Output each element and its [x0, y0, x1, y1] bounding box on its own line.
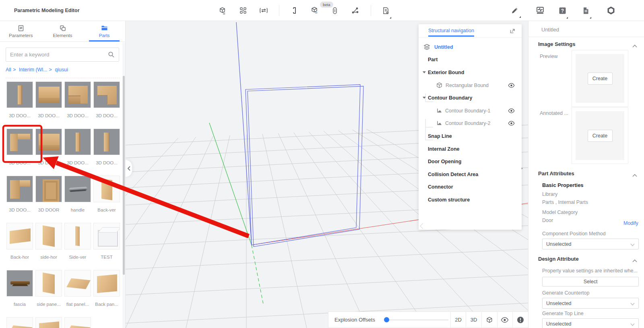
part-thumbnail[interactable] [64, 176, 91, 202]
part-thumbnail[interactable] [35, 270, 62, 297]
create-preview-button[interactable]: Create [588, 73, 613, 85]
part-thumbnail[interactable] [35, 129, 62, 155]
eye-visibility-icon[interactable] [497, 311, 513, 328]
part-thumbnail[interactable] [64, 317, 91, 328]
part-thumbnail[interactable] [93, 223, 120, 249]
structural-navigation-tab[interactable]: Structural navigation [428, 28, 474, 33]
view-3d-button[interactable]: 3D [466, 311, 481, 328]
cube-fx-icon[interactable]: fx [310, 6, 320, 15]
collapse-section-icon[interactable] [632, 42, 637, 49]
part-item[interactable]: 3D DOO... [35, 129, 62, 176]
part-thumbnail[interactable] [6, 223, 33, 249]
structure-item[interactable]: Custom structure [419, 193, 522, 206]
part-item[interactable]: 3D DOO... [64, 81, 91, 129]
box-view-icon[interactable] [482, 311, 497, 328]
view-2d-button[interactable]: 2D [451, 311, 466, 328]
collapse-caret-icon[interactable] [423, 97, 426, 99]
collapse-section-icon[interactable] [632, 171, 637, 179]
collapse-section-icon[interactable] [632, 257, 637, 264]
component-position-dropdown[interactable]: Unselected [542, 239, 639, 249]
part-item[interactable]: 3D DOOR [35, 176, 62, 223]
part-item[interactable]: 3D DOO... [6, 176, 33, 223]
structure-item[interactable]: Collision Detect Area [419, 168, 522, 181]
explosion-offsets-slider[interactable] [384, 317, 445, 323]
tab-parameters[interactable]: Parameters [0, 21, 42, 42]
tab-parts[interactable]: Parts [83, 21, 125, 42]
part-thumbnail[interactable] [93, 176, 120, 202]
part-thumbnail[interactable] [6, 270, 33, 297]
part-thumbnail[interactable] [93, 270, 120, 297]
structure-item[interactable]: Connector [419, 181, 522, 194]
part-item[interactable]: side-hor [35, 223, 62, 270]
create-annotated-button[interactable]: Create [588, 130, 613, 142]
structure-item[interactable]: Contour Boundary-1 [419, 104, 522, 117]
part-thumbnail[interactable] [35, 317, 62, 328]
part-item[interactable]: 3D DOO... [64, 129, 91, 176]
part-thumbnail[interactable] [64, 129, 91, 155]
part-thumbnail[interactable] [64, 270, 91, 297]
generate-top-line-dropdown[interactable]: Unselected [542, 318, 639, 328]
part-item[interactable]: 3D DOO... [93, 129, 120, 176]
part-item[interactable]: 3D DOO... [6, 81, 33, 129]
structure-item[interactable]: Part [419, 54, 522, 66]
structure-item[interactable]: Internal Zone [419, 143, 522, 156]
part-item[interactable]: flat panel... [64, 270, 91, 317]
modify-link[interactable]: Modify [623, 220, 638, 226]
collapse-caret-icon[interactable] [423, 71, 426, 73]
help-icon[interactable]: ? [557, 6, 567, 15]
part-thumbnail[interactable] [64, 81, 91, 108]
part-thumbnail[interactable] [6, 129, 33, 155]
part-thumbnail[interactable] [35, 176, 62, 202]
structure-item[interactable]: Exterior Bound [419, 66, 522, 79]
doc-export-icon[interactable] [381, 6, 390, 15]
breadcrumb-item[interactable]: qiusui> [55, 67, 68, 73]
part-item[interactable]: Back-ver [93, 176, 120, 223]
search-input[interactable] [10, 52, 108, 58]
part-thumbnail[interactable] [93, 129, 120, 155]
part-item[interactable]: side pane... [35, 270, 62, 317]
slider-track[interactable] [384, 320, 448, 320]
part-thumbnail[interactable] [64, 223, 91, 249]
part-item[interactable]: handle [64, 176, 91, 223]
part-thumbnail[interactable] [6, 81, 33, 108]
generate-countertop-dropdown[interactable]: Unselected [542, 298, 639, 309]
part-thumbnail[interactable] [93, 81, 120, 108]
pencil-icon[interactable] [510, 6, 519, 15]
eye-icon[interactable] [508, 108, 515, 113]
part-thumbnail[interactable] [35, 81, 62, 108]
doc-file-icon[interactable] [581, 6, 590, 15]
breadcrumb-item[interactable]: All> [6, 67, 17, 73]
slider-knob[interactable] [384, 317, 389, 322]
part-item[interactable]: 3D DOO... [35, 81, 62, 129]
warning-icon[interactable] [513, 311, 528, 328]
part-item[interactable]: fascia [6, 270, 33, 317]
search-icon[interactable] [108, 51, 115, 58]
panel-resize-grip[interactable] [420, 223, 425, 229]
select-button[interactable]: Select [542, 277, 639, 286]
structure-item[interactable]: Contour Boundary-2 [419, 117, 522, 130]
structure-item[interactable]: Rectangular Bound [419, 79, 522, 92]
part-item[interactable]: Side-ver [64, 223, 91, 270]
part-thumbnail[interactable] [35, 223, 62, 249]
pattern-icon[interactable] [238, 6, 248, 15]
part-item[interactable] [35, 317, 62, 328]
eye-icon[interactable] [508, 121, 515, 126]
part-item[interactable]: Back-hor [6, 223, 33, 270]
structure-item[interactable]: Door Opening [419, 155, 522, 168]
eye-icon[interactable] [508, 83, 515, 88]
part-thumbnail[interactable] [6, 176, 33, 202]
bracket-icon[interactable] [289, 6, 299, 15]
sidebar-scrollbar-thumb[interactable] [123, 76, 125, 275]
part-item[interactable] [6, 317, 33, 328]
expand-panel-icon[interactable] [510, 28, 515, 35]
part-item[interactable]: 3D DOO... [6, 129, 33, 176]
part-item[interactable] [64, 317, 91, 328]
breadcrumb-item[interactable]: Interim (Wl...> [19, 67, 54, 73]
tab-elements[interactable]: Elements [42, 21, 84, 42]
part-thumbnail[interactable] [6, 317, 33, 328]
part-item[interactable]: TEST [93, 223, 120, 270]
part-item[interactable]: 3D DOO... [93, 81, 120, 129]
hexagon-settings-icon[interactable] [606, 6, 616, 15]
structure-item[interactable]: Contour Boundary [419, 91, 522, 104]
branch-icon[interactable] [350, 6, 360, 15]
